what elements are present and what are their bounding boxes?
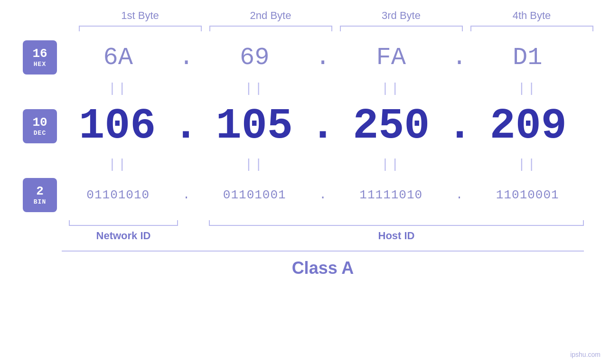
hex-value-4: D1 — [513, 44, 542, 72]
dec-cell-3: 250 — [336, 102, 447, 150]
eq-1-4: || — [471, 79, 584, 98]
hex-row: 6A . 69 . FA . D1 — [62, 36, 584, 79]
hex-dot-1: . — [175, 44, 198, 72]
bin-value-1: 01101010 — [86, 188, 150, 202]
watermark: ipshu.com — [570, 351, 601, 358]
class-section: Class A — [62, 251, 584, 278]
host-bracket-line — [209, 220, 584, 226]
bin-value-3: 11111010 — [359, 188, 422, 202]
dec-row: 106 . 105 . 250 . 209 — [62, 98, 584, 155]
eq-2-3: || — [335, 155, 448, 174]
dec-cell-4: 209 — [473, 102, 584, 150]
bin-badge-number: 2 — [36, 185, 44, 198]
bracket-byte2 — [209, 26, 332, 31]
hex-dot-3: . — [448, 44, 471, 72]
eq-2-4: || — [471, 155, 584, 174]
eq-1-2: || — [198, 79, 311, 98]
dec-dot-1: . — [173, 102, 198, 150]
bracket-byte1 — [79, 26, 202, 31]
hex-badge-label: HEX — [34, 61, 46, 68]
dec-badge: 10 DEC — [23, 109, 57, 143]
bin-badge-label: BIN — [34, 198, 46, 205]
bin-dot-3: . — [448, 188, 471, 202]
byte1-header: 1st Byte — [75, 9, 206, 26]
hex-badge: 16 HEX — [23, 40, 57, 75]
byte3-header: 3rd Byte — [336, 9, 467, 26]
hex-value-1: 6A — [103, 44, 133, 72]
bottom-brackets: Network ID Host ID — [62, 220, 584, 242]
hex-dot-2: . — [311, 44, 335, 72]
dec-value-2: 105 — [216, 102, 293, 150]
bin-cell-4: 11010001 — [471, 188, 584, 202]
dec-badge-label: DEC — [34, 130, 46, 137]
hex-cell-4: D1 — [471, 44, 584, 72]
eq-1-3: || — [335, 79, 448, 98]
network-id-label: Network ID — [96, 230, 151, 242]
badges-column: 16 HEX 10 DEC 2 BIN — [0, 36, 62, 216]
eq-1-1: || — [62, 79, 175, 98]
byte2-header: 2nd Byte — [206, 9, 336, 26]
dec-value-4: 209 — [490, 102, 567, 150]
hex-value-2: 69 — [240, 44, 269, 72]
main-container: 1st Byte 2nd Byte 3rd Byte 4th Byte 16 H… — [0, 0, 610, 364]
equals-row-2: || || || || — [62, 155, 584, 174]
eq-2-1: || — [62, 155, 175, 174]
class-label: Class A — [292, 258, 354, 278]
dec-cell-2: 105 — [199, 102, 310, 150]
dec-cell-1: 106 — [62, 102, 173, 150]
dec-value-3: 250 — [353, 102, 430, 150]
hex-badge-number: 16 — [32, 47, 47, 61]
bin-cell-1: 01101010 — [62, 188, 175, 202]
byte4-header: 4th Byte — [467, 9, 597, 26]
host-id-bracket-area: Host ID — [209, 220, 584, 242]
dec-dot-2: . — [310, 102, 336, 150]
bin-cell-3: 11111010 — [335, 188, 448, 202]
hex-value-3: FA — [376, 44, 406, 72]
bin-badge: 2 BIN — [23, 178, 57, 212]
bracket-byte3 — [340, 26, 463, 31]
dec-dot-3: . — [447, 102, 472, 150]
eq-2-2: || — [198, 155, 311, 174]
dec-badge-number: 10 — [32, 116, 47, 130]
bin-value-2: 01101001 — [223, 188, 286, 202]
equals-row-1: || || || || — [62, 79, 584, 98]
network-id-bracket-area: Network ID — [62, 220, 185, 242]
bin-dot-1: . — [175, 188, 198, 202]
bin-value-4: 11010001 — [496, 188, 559, 202]
hex-cell-1: 6A — [62, 44, 175, 72]
bin-cell-2: 01101001 — [198, 188, 311, 202]
bracket-byte4 — [470, 26, 593, 31]
bin-dot-2: . — [311, 188, 335, 202]
hex-cell-2: 69 — [198, 44, 311, 72]
bin-row: 01101010 . 01101001 . 11111010 . — [62, 174, 584, 216]
hex-cell-3: FA — [335, 44, 448, 72]
network-bracket-line — [69, 220, 178, 226]
dec-value-1: 106 — [79, 102, 156, 150]
host-id-label: Host ID — [378, 230, 415, 242]
